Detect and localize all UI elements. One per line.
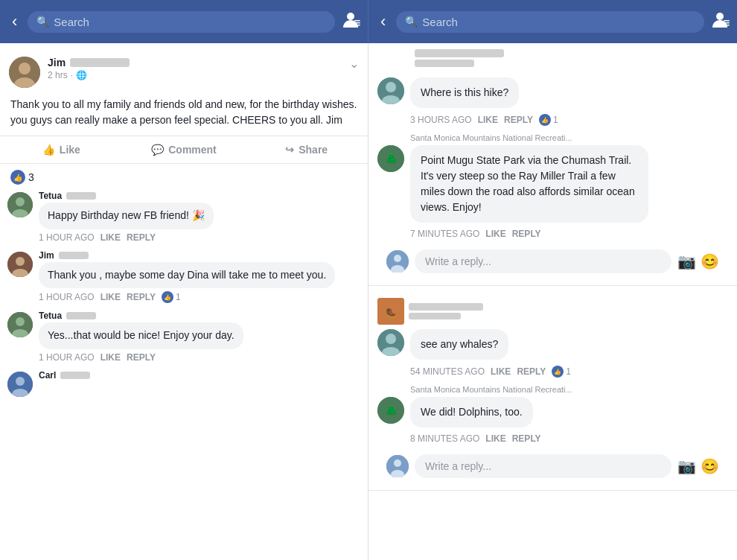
thread-1-a-like[interactable]: LIKE (485, 229, 505, 239)
thread-2-write-reply: 📷 😊 (377, 450, 728, 483)
likes-count: 3 (28, 171, 34, 183)
like-badge: 👍 (10, 170, 25, 185)
post-dropdown-arrow[interactable]: ⌄ (349, 57, 359, 71)
left-back-button[interactable]: ‹ (7, 9, 22, 34)
svg-point-24 (386, 82, 396, 92)
thread-2-question-avatar (377, 329, 404, 356)
thread-2-a-like[interactable]: LIKE (485, 433, 505, 444)
svg-point-12 (16, 197, 25, 206)
like-icon: 👍 (42, 144, 55, 156)
right-back-button[interactable]: ‹ (376, 9, 390, 34)
thread-1-q-like-count: 👍 1 (539, 114, 558, 126)
comment-3-like-action[interactable]: LIKE (100, 352, 121, 363)
thread-2-answer-bubble: We did! Dolphins, too. (410, 397, 533, 427)
privacy-icon: 🌐 (76, 70, 87, 80)
thread-2-question: see any whales? (377, 329, 728, 360)
emoji-icon-2[interactable]: 😊 (701, 457, 719, 475)
right-user-icon[interactable] (710, 10, 730, 34)
thread-2-q-time: 54 MINUTES AGO (410, 366, 485, 377)
comment-3-name: Tetua (39, 311, 360, 321)
thread-1-answer: 🌲 Point Mugu State Park via the Chumash … (377, 145, 728, 223)
thread-1-reply-input[interactable] (415, 249, 671, 273)
header-bar: ‹ 🔍 ‹ 🔍 (0, 0, 737, 43)
comment-1-name: Tetua (39, 191, 360, 201)
comment-2-like-count: 👍 1 (162, 291, 181, 303)
comment-2-bubble: Thank you , maybe some day Dina will tak… (39, 262, 335, 289)
thread-2-answer-meta: 8 MINUTES AGO LIKE REPLY (410, 433, 728, 444)
left-user-icon[interactable] (341, 10, 360, 34)
svg-point-29 (394, 255, 401, 262)
thread-2-answer: 🌲 We did! Dolphins, too. (377, 397, 728, 427)
comment-1-reply-action[interactable]: REPLY (127, 232, 156, 243)
comment-2-meta: 1 HOUR AGO LIKE REPLY 👍 1 (39, 291, 360, 303)
comment-1-like-action[interactable]: LIKE (100, 232, 121, 243)
svg-point-4 (716, 13, 724, 20)
comment-1-bubble: Happy Birthday new FB friend! 🎉 (39, 203, 214, 229)
thread-2-q-like[interactable]: LIKE (491, 366, 511, 377)
left-search-box[interactable]: 🔍 (28, 11, 335, 33)
comment-item: Carl (7, 370, 360, 397)
thread-1-write-reply: 📷 😊 (377, 245, 728, 278)
svg-rect-7 (724, 25, 730, 26)
comment-3-time: 1 HOUR AGO (39, 352, 95, 363)
camera-icon-1[interactable]: 📷 (677, 252, 696, 270)
right-search-box[interactable]: 🔍 (396, 11, 704, 33)
comment-4-body: Carl (39, 370, 360, 382)
svg-point-0 (347, 13, 354, 20)
post-actions: 👍 Like 💬 Comment ↪ Share (0, 136, 368, 164)
post-header: Jim 2 hrs · 🌐 ⌄ (0, 51, 368, 94)
comment-3-bubble: Yes...that would be nice! Enjoy your day… (39, 322, 243, 349)
thread-2-a-time: 8 MINUTES AGO (410, 433, 479, 444)
left-header: ‹ 🔍 (0, 0, 368, 43)
thread-1: Where is this hike? 3 HOURS AGO LIKE REP… (368, 70, 737, 286)
thread-1-q-like[interactable]: LIKE (478, 115, 498, 125)
post-username: Jim (48, 57, 342, 69)
comment-1-meta: 1 HOUR AGO LIKE REPLY (39, 232, 360, 243)
comment-3-reply-action[interactable]: REPLY (127, 352, 156, 363)
svg-point-34 (386, 334, 396, 344)
comment-button[interactable]: 💬 Comment (123, 138, 246, 162)
thread-2-answer-avatar: 🌲 (377, 397, 404, 424)
thread-2-header: 🥾 (377, 298, 728, 325)
comment-2-like-action[interactable]: LIKE (100, 292, 121, 302)
right-panel: Where is this hike? 3 HOURS AGO LIKE REP… (368, 43, 737, 560)
mini-like-badge: 👍 (162, 291, 173, 303)
comment-3-body: Tetua Yes...that would be nice! Enjoy yo… (39, 311, 360, 363)
thread-2-reply-input[interactable] (415, 454, 671, 478)
reply-icons-2: 📷 😊 (677, 457, 719, 475)
thread-1-question-avatar (377, 77, 404, 104)
camera-icon-2[interactable]: 📷 (677, 457, 696, 475)
thread-2-post-avatar: 🥾 (377, 298, 404, 325)
thread-1-a-reply[interactable]: REPLY (512, 229, 541, 239)
svg-text:🌲: 🌲 (385, 404, 398, 417)
post-time: 2 hrs (48, 70, 68, 80)
svg-rect-3 (354, 25, 360, 26)
comment-2-reply-action[interactable]: REPLY (127, 292, 156, 302)
thread-2-q-reply[interactable]: REPLY (517, 366, 546, 377)
thread-1-answer-avatar: 🌲 (377, 145, 404, 172)
svg-text:🌲: 🌲 (385, 153, 398, 165)
thread-2-question-meta: 54 MINUTES AGO LIKE REPLY 👍 1 (410, 366, 728, 378)
thread-2-page-name: Santa Monica Mountains National Recreati… (410, 385, 728, 394)
svg-rect-6 (724, 22, 730, 24)
reply-icons-1: 📷 😊 (677, 252, 719, 270)
thread-1-a-time: 7 MINUTES AGO (410, 229, 479, 239)
comment-1-time: 1 HOUR AGO (39, 232, 95, 243)
thread-2-a-reply[interactable]: REPLY (512, 433, 541, 444)
comment-2-name: Jim (39, 250, 360, 261)
svg-point-39 (394, 459, 401, 467)
thread-1-q-reply[interactable]: REPLY (504, 115, 533, 125)
share-button[interactable]: ↪ Share (245, 138, 368, 162)
thread-1-answer-bubble: Point Mugu State Park via the Chumash Tr… (410, 145, 648, 223)
left-search-icon: 🔍 (36, 16, 49, 28)
right-search-input[interactable] (422, 16, 695, 28)
comment-label: Comment (168, 144, 217, 156)
comment-2-time: 1 HOUR AGO (39, 292, 95, 302)
comment-item: Tetua Happy Birthday new FB friend! 🎉 1 … (7, 191, 360, 243)
post-text: Thank you to all my family and friends o… (0, 94, 368, 136)
left-search-input[interactable] (54, 16, 326, 28)
post-author-surname-blurred (70, 58, 130, 67)
like-button[interactable]: 👍 Like (0, 138, 123, 162)
emoji-icon-1[interactable]: 😊 (701, 252, 719, 270)
thread-1-q-time: 3 HOURS AGO (410, 115, 472, 125)
